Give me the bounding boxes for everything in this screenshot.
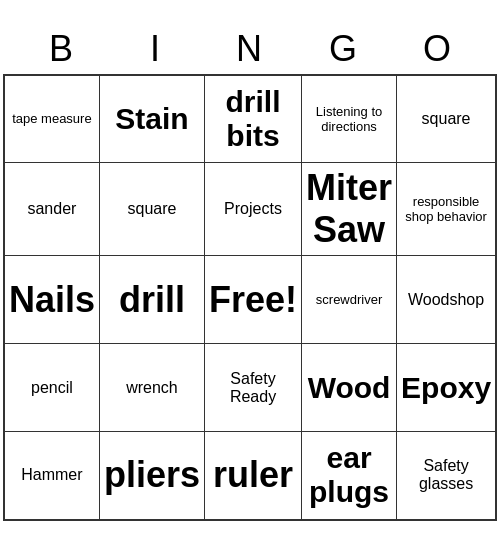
cell-3-0: pencil [4,344,100,432]
cell-4-0: Hammer [4,432,100,520]
cell-3-4: Epoxy [397,344,497,432]
cell-1-3: Miter Saw [302,163,397,256]
cell-3-2: Safety Ready [205,344,302,432]
cell-4-1: pliers [99,432,204,520]
bingo-letter: I [109,24,203,74]
cell-0-0: tape measure [4,75,100,163]
cell-2-4: Woodshop [397,256,497,344]
cell-2-1: drill [99,256,204,344]
bingo-grid: tape measureStaindrill bitsListening to … [3,74,497,521]
cell-3-1: wrench [99,344,204,432]
cell-2-3: screwdriver [302,256,397,344]
cell-1-4: responsible shop behavior [397,163,497,256]
cell-0-4: square [397,75,497,163]
cell-0-2: drill bits [205,75,302,163]
bingo-letter: B [15,24,109,74]
bingo-letter: G [297,24,391,74]
bingo-letter: O [391,24,485,74]
cell-1-1: square [99,163,204,256]
bingo-header: BINGO [15,24,485,74]
cell-4-2: ruler [205,432,302,520]
cell-3-3: Wood [302,344,397,432]
cell-1-0: sander [4,163,100,256]
cell-4-3: ear plugs [302,432,397,520]
cell-2-2: Free! [205,256,302,344]
bingo-letter: N [203,24,297,74]
cell-2-0: Nails [4,256,100,344]
cell-0-1: Stain [99,75,204,163]
cell-4-4: Safety glasses [397,432,497,520]
cell-0-3: Listening to directions [302,75,397,163]
cell-1-2: Projects [205,163,302,256]
